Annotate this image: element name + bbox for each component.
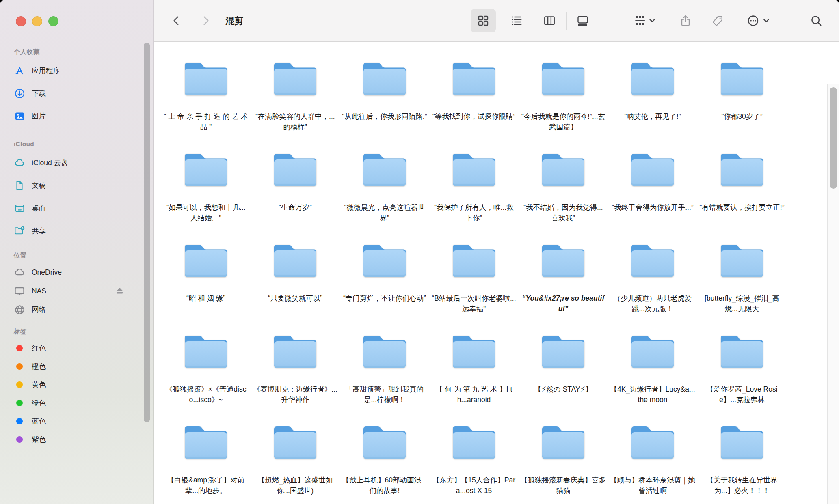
view-columns-button[interactable]	[543, 15, 556, 27]
sidebar-item-下载[interactable]: 下载	[0, 82, 154, 105]
folder-item[interactable]: 【4K_边缘行者】Lucy&a...the moon	[608, 323, 697, 414]
folder-item[interactable]: “在满脸笑容的人群中，...的模样”	[251, 51, 340, 142]
tag-dot	[14, 434, 25, 445]
sidebar-item-蓝色[interactable]: 蓝色	[0, 412, 154, 430]
folder-item[interactable]: “只要微笑就可以”	[251, 233, 340, 323]
sidebar-item-label: 共享	[32, 226, 46, 236]
folder-item[interactable]: 「高甜预警」甜到我真的是...柠檬啊！	[340, 323, 429, 414]
minimize-button[interactable]	[32, 16, 42, 26]
folder-icon	[450, 422, 498, 461]
folder-item[interactable]: “生命万岁”	[251, 142, 340, 233]
sidebar-item-label: 红色	[32, 343, 46, 353]
folder-item[interactable]: 【关于我转生在异世界为...】必火！！！	[697, 414, 787, 504]
folder-item[interactable]: “呐艾伦，再见了!”	[608, 51, 697, 142]
share-button[interactable]	[679, 15, 692, 27]
folder-item[interactable]: “ 上 帝 亲 手 打 造 的 艺 术 品 ”	[161, 51, 251, 142]
folder-item[interactable]: 【东方】【15人合作】Para...ost X 15	[429, 414, 519, 504]
folder-item[interactable]: “等我找到你，试探你眼睛”	[429, 51, 519, 142]
back-button[interactable]	[171, 15, 183, 27]
folder-item[interactable]: “从此往后，你我形同陌路.”	[340, 51, 429, 142]
view-gallery-button[interactable]	[577, 15, 589, 27]
folder-label: “从此往后，你我形同陌路.”	[342, 112, 428, 122]
folder-item[interactable]: 【超燃_热血】这盛世如你...国盛世)	[251, 414, 340, 504]
forward-button[interactable]	[199, 15, 212, 27]
list-view-icon	[510, 15, 523, 27]
folder-label: 【顾与】桥本环奈混剪｜她曾活过啊	[610, 475, 696, 496]
folder-label: 【东方】【15人合作】Para...ost X 15	[431, 475, 517, 496]
folder-item[interactable]: 【 何 为 第 九 艺 术 】I th...aranoid	[429, 323, 519, 414]
folder-item[interactable]: 【顾与】桥本环奈混剪｜她曾活过啊	[608, 414, 697, 504]
tag-button[interactable]	[711, 15, 724, 27]
sidebar-sections: 个人收藏应用程序下载图片iCloudiCloud 云盘文稿桌面共享位置OneDr…	[0, 42, 154, 448]
group-button[interactable]	[634, 15, 660, 27]
sidebar-item-黄色[interactable]: 黄色	[0, 375, 154, 394]
search-button[interactable]	[810, 15, 822, 27]
folder-label: 【关于我转生在异世界为...】必火！！！	[699, 475, 785, 496]
folder-item[interactable]: “专门剪烂，不让你们心动”	[340, 233, 429, 323]
folder-item[interactable]: 《孤独摇滚》×《普通disco...isco》~	[161, 323, 251, 414]
sidebar-section-title: 位置	[0, 251, 154, 260]
sidebar-section: 个人收藏应用程序下载图片	[0, 47, 154, 127]
more-button[interactable]	[747, 15, 774, 27]
folder-item[interactable]: （少儿频道）两只老虎爱跳...次元版！	[608, 233, 697, 323]
sidebar-item-应用程序[interactable]: 应用程序	[0, 59, 154, 82]
sidebar-item-紫色[interactable]: 紫色	[0, 430, 154, 448]
folder-label: “我不结婚，因为我觉得...喜欢我”	[520, 202, 606, 223]
folder-item[interactable]: “昭 和 姻 缘”	[161, 233, 251, 323]
folder-icon	[182, 241, 230, 280]
folder-item[interactable]: 【⚡然の STAY⚡】	[519, 323, 608, 414]
sidebar-scrollbar[interactable]	[144, 43, 150, 422]
sidebar-item-label: 紫色	[32, 435, 46, 444]
grid-view-icon	[477, 15, 489, 27]
folder-icon	[271, 422, 319, 461]
folder-item[interactable]: 《赛博朋克：边缘行者》...升华神作	[251, 323, 340, 414]
folder-item[interactable]: “微微晨光，点亮这喧嚣世界”	[340, 142, 429, 233]
sidebar-item-label: 黄色	[32, 380, 46, 390]
folder-item[interactable]: “我保护了所有人，唯...救下你”	[429, 142, 519, 233]
folder-label: 【⚡然の STAY⚡】	[520, 384, 606, 395]
sidebar-item-文稿[interactable]: 文稿	[0, 174, 154, 197]
folder-label: 「高甜预警」甜到我真的是...柠檬啊！	[342, 384, 428, 405]
sidebar-item-网络[interactable]: 网络	[0, 300, 154, 319]
view-list-button[interactable]	[510, 15, 523, 27]
sidebar-item-共享[interactable]: 共享	[0, 220, 154, 242]
sidebar-item-label: 网络	[32, 305, 46, 314]
folder-item[interactable]: “我终于舍得为你放开手...”	[608, 142, 697, 233]
folder-icon	[629, 241, 677, 280]
sidebar-section-title: 标签	[0, 327, 154, 336]
folder-label: “今后我就是你的雨伞!”...玄武国篇】	[520, 112, 606, 132]
sidebar-item-红色[interactable]: 红色	[0, 339, 154, 357]
folder-item[interactable]: “我不结婚，因为我觉得...喜欢我”	[519, 142, 608, 233]
folder-item[interactable]: [butterfly_综漫_催泪_高燃...无限大	[697, 233, 787, 323]
folder-label: “在满脸笑容的人群中，...的模样”	[252, 112, 338, 132]
sidebar-item-iCloud 云盘[interactable]: iCloud 云盘	[0, 151, 154, 174]
folder-item[interactable]: 【孤独摇滚新春庆典】喜多猫猫	[519, 414, 608, 504]
folder-item[interactable]: “如果可以，我想和十几...人结婚。”	[161, 142, 251, 233]
folder-item[interactable]: 【戴上耳机】60部动画混...们的故事!	[340, 414, 429, 504]
folder-item[interactable]: “今后我就是你的雨伞!”...玄武国篇】	[519, 51, 608, 142]
folder-item[interactable]: 【白银&amp;弥子】对前辈...的地步。	[161, 414, 251, 504]
sidebar-item-橙色[interactable]: 橙色	[0, 357, 154, 375]
sidebar-item-label: 蓝色	[32, 416, 46, 426]
folder-icon	[182, 150, 230, 189]
folder-item[interactable]: “You&#x27;re so beautiful”	[519, 233, 608, 323]
sidebar-item-OneDrive[interactable]: OneDrive	[0, 263, 154, 282]
sidebar-item-桌面[interactable]: 桌面	[0, 197, 154, 220]
folder-item[interactable]: “你都30岁了”	[697, 51, 787, 142]
content-scrollbar[interactable]	[830, 87, 837, 189]
zoom-button[interactable]	[48, 16, 58, 26]
folder-item[interactable]: “有错就要认，挨打要立正!”	[697, 142, 787, 233]
sidebar-item-图片[interactable]: 图片	[0, 105, 154, 127]
cloud-icon	[14, 267, 25, 278]
folder-icon	[539, 59, 587, 98]
sidebar-item-绿色[interactable]: 绿色	[0, 394, 154, 412]
view-grid-button[interactable]	[471, 9, 496, 32]
close-button[interactable]	[16, 16, 26, 26]
sidebar-item-label: OneDrive	[32, 268, 62, 277]
group-by-icon	[634, 15, 660, 27]
eject-icon[interactable]	[115, 286, 125, 296]
sidebar-item-NAS[interactable]: NAS	[0, 282, 154, 300]
folder-item[interactable]: 【爱你罗茜_Love Rosie】...克拉弗林	[697, 323, 787, 414]
folder-item[interactable]: “B站最后一次叫你老婆啦...远幸福”	[429, 233, 519, 323]
sidebar-item-label: 应用程序	[32, 66, 60, 75]
